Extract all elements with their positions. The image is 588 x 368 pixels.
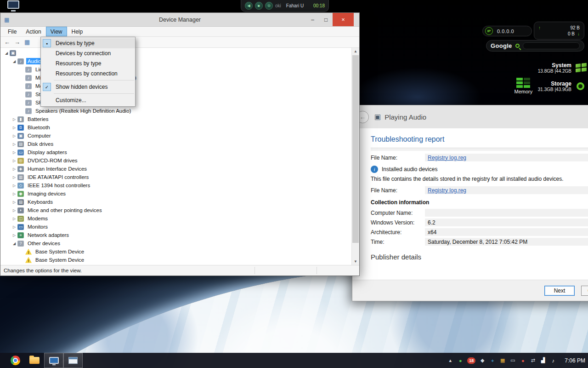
tree-item[interactable]: ▷◈Human Interface Devices bbox=[0, 165, 351, 173]
expanded-arrow-icon[interactable]: ◢ bbox=[11, 59, 17, 63]
tray-display-icon[interactable]: ▭ bbox=[509, 357, 516, 364]
tray-network-icon[interactable]: ▟ bbox=[540, 357, 546, 364]
troubleshooter-icon: ▣ bbox=[374, 113, 381, 121]
desktop-icon[interactable] bbox=[7, 0, 21, 12]
tree-item[interactable]: ▷▭Display adapters bbox=[0, 148, 351, 156]
status-divider bbox=[317, 267, 317, 274]
ip-gadget[interactable]: IP 0.0.0.0 bbox=[482, 26, 532, 36]
tree-item[interactable]: !Base System Device bbox=[0, 256, 351, 264]
collapsed-arrow-icon[interactable]: ▷ bbox=[11, 150, 17, 155]
google-search-gadget[interactable]: Google bbox=[486, 40, 584, 52]
tree-item[interactable]: ▷◉Imaging devices bbox=[0, 190, 351, 198]
menu-file[interactable]: File bbox=[3, 27, 21, 36]
tray-app-icon-3[interactable]: ▦ bbox=[499, 357, 506, 364]
titlebar[interactable]: ▦ Device Manager – □ × bbox=[0, 13, 359, 27]
collapsed-arrow-icon[interactable]: ▷ bbox=[11, 142, 17, 146]
player-track-title: Fahari U bbox=[286, 3, 304, 8]
tray-app-icon-1[interactable]: ◆ bbox=[479, 357, 486, 364]
scrollbar-thumb[interactable] bbox=[352, 55, 359, 243]
back-icon[interactable]: ← bbox=[4, 39, 10, 46]
tree-item-label: IDE ATA/ATAPI controllers bbox=[26, 174, 90, 180]
collapsed-arrow-icon[interactable]: ▷ bbox=[11, 233, 17, 237]
view-menu-item[interactable]: Customize... bbox=[41, 95, 135, 105]
vertical-scrollbar[interactable]: ▲ ▼ bbox=[351, 48, 359, 265]
view-menu-item[interactable]: ●Devices by type bbox=[41, 38, 135, 48]
status-divider bbox=[254, 267, 255, 274]
menu-view[interactable]: View bbox=[46, 27, 67, 36]
expanded-arrow-icon[interactable]: ◢ bbox=[11, 242, 17, 246]
device-icon: ◉ bbox=[17, 191, 24, 197]
tree-item[interactable]: ▷◗Mice and other pointing devices bbox=[0, 206, 351, 214]
cancel-button[interactable]: Cancel bbox=[581, 286, 588, 296]
tree-item[interactable]: ▷BBluetooth bbox=[0, 123, 351, 132]
tree-item[interactable]: ▷◎DVD/CD-ROM drives bbox=[0, 156, 351, 165]
tree-item[interactable]: ▷▤Disk drives bbox=[0, 140, 351, 148]
scroll-up-icon[interactable]: ▲ bbox=[352, 48, 359, 55]
tree-item[interactable]: ▷▤Keyboards bbox=[0, 198, 351, 206]
collapsed-arrow-icon[interactable]: ▷ bbox=[11, 200, 17, 204]
tray-volume-icon[interactable]: ♪ bbox=[550, 357, 556, 364]
view-menu-item[interactable]: Resources by connection bbox=[41, 69, 135, 79]
storage-label: Storage bbox=[538, 80, 571, 87]
tray-app-icon-2[interactable]: + bbox=[489, 357, 496, 364]
tree-item-label: Base System Device bbox=[34, 248, 85, 255]
hidden-icons-chevron[interactable]: ▴ bbox=[447, 357, 453, 364]
tree-item[interactable]: ▷▭Monitors bbox=[0, 223, 351, 231]
report-file-link[interactable]: Registry log.reg bbox=[428, 155, 466, 161]
tree-item[interactable]: ▷◇IEEE 1394 host controllers bbox=[0, 181, 351, 190]
device-icon: ▥ bbox=[17, 174, 24, 180]
forward-icon[interactable]: → bbox=[14, 39, 20, 46]
tree-item[interactable]: ▷▣Computer bbox=[0, 132, 351, 140]
collapsed-arrow-icon[interactable]: ▷ bbox=[11, 117, 17, 121]
collapsed-arrow-icon[interactable]: ▷ bbox=[11, 126, 17, 130]
minimize-button[interactable]: – bbox=[306, 13, 319, 26]
previous-button[interactable]: ◀ bbox=[245, 2, 253, 10]
collapsed-arrow-icon[interactable]: ▷ bbox=[11, 167, 17, 171]
tray-green-status-icon[interactable]: ● bbox=[457, 357, 464, 364]
collapsed-arrow-icon[interactable]: ▷ bbox=[11, 225, 17, 229]
taskbar-button-chrome[interactable] bbox=[6, 353, 25, 368]
collapsed-arrow-icon[interactable]: ▷ bbox=[11, 208, 17, 213]
console-tree-icon[interactable]: ▦ bbox=[24, 39, 30, 46]
collapsed-arrow-icon[interactable]: ▷ bbox=[11, 192, 17, 196]
tree-item-label: Base System Device bbox=[34, 257, 85, 263]
scroll-down-icon[interactable]: ▼ bbox=[352, 258, 359, 265]
tray-red-status-icon[interactable]: ● bbox=[520, 357, 526, 364]
report-file-link[interactable]: Registry log.reg bbox=[428, 187, 466, 194]
taskbar-button-device-manager[interactable] bbox=[44, 353, 63, 368]
system-monitor-gadget[interactable]: System 13.8GB |44.2GB Memory Storage 31.… bbox=[507, 58, 588, 95]
network-speed-gadget[interactable]: ↑ 92 B 0 B ↓ bbox=[534, 22, 584, 40]
tree-item[interactable]: ▷≡Network adapters bbox=[0, 231, 351, 239]
collapsed-arrow-icon[interactable]: ▷ bbox=[11, 134, 17, 138]
taskbar-button-file-explorer[interactable] bbox=[25, 353, 44, 368]
media-player-gadget[interactable]: ◀■⊙ oki Fahari U 00:18 bbox=[241, 0, 329, 12]
tree-item[interactable]: ▷▮Batteries bbox=[0, 115, 351, 123]
close-button[interactable]: × bbox=[333, 13, 354, 26]
tree-item[interactable]: ♪Speakers (Realtek High Definition Audio… bbox=[0, 107, 351, 115]
device-icon: ◗ bbox=[17, 207, 24, 213]
expanded-arrow-icon[interactable]: ◢ bbox=[3, 51, 10, 55]
next-button[interactable]: Next bbox=[544, 286, 575, 296]
tray-usb-icon[interactable]: ⇄ bbox=[530, 357, 536, 364]
taskbar-button-troubleshooter[interactable] bbox=[63, 353, 83, 368]
maximize-button[interactable]: □ bbox=[319, 13, 333, 26]
search-input[interactable] bbox=[523, 42, 580, 49]
view-menu-item[interactable]: Resources by type bbox=[41, 58, 135, 69]
tree-item[interactable]: !Base System Device bbox=[0, 247, 351, 256]
system-label: System bbox=[538, 62, 571, 69]
collapsed-arrow-icon[interactable]: ▷ bbox=[11, 217, 17, 221]
collapsed-arrow-icon[interactable]: ▷ bbox=[11, 175, 17, 179]
menu-help[interactable]: Help bbox=[67, 27, 88, 36]
collapsed-arrow-icon[interactable]: ▷ bbox=[11, 159, 17, 163]
tree-item[interactable]: ▷◫Modems bbox=[0, 214, 351, 223]
menu-action[interactable]: Action bbox=[21, 27, 45, 36]
tree-item[interactable]: ◢?Other devices bbox=[0, 239, 351, 247]
tray-badge-18[interactable]: 18 bbox=[467, 357, 475, 364]
tree-item[interactable]: ▷▥IDE ATA/ATAPI controllers bbox=[0, 173, 351, 181]
view-menu-item[interactable]: ✓Show hidden devices bbox=[41, 82, 135, 92]
power-button[interactable]: ⊙ bbox=[265, 2, 273, 10]
publisher-details-heading[interactable]: Publisher details bbox=[371, 253, 588, 261]
collapsed-arrow-icon[interactable]: ▷ bbox=[11, 184, 17, 188]
stop-button[interactable]: ■ bbox=[255, 2, 263, 10]
view-menu-item[interactable]: Devices by connection bbox=[41, 48, 135, 58]
